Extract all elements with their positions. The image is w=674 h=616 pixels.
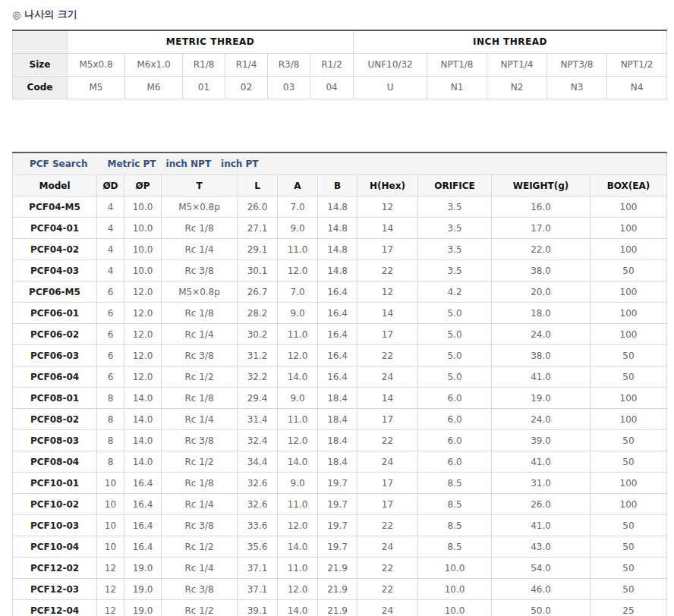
data-cell: 14.0 <box>124 451 162 473</box>
thread-group-row: METRIC THREADINCH THREAD <box>13 30 667 53</box>
data-cell: 6 <box>97 303 124 324</box>
data-cell: Rc 3/8 <box>162 515 238 536</box>
data-cell: 22 <box>357 260 418 281</box>
data-cell: 21.9 <box>318 579 357 600</box>
data-cell: 12 <box>357 196 418 218</box>
thread-size-cell: NPT1/8 <box>427 53 487 76</box>
data-cell: Rc 1/8 <box>162 218 238 239</box>
data-cell: 11.0 <box>278 558 318 579</box>
page-title-text: 나사의 크기 <box>24 8 77 21</box>
column-header: L <box>238 175 278 196</box>
data-cell: 9.0 <box>278 473 318 494</box>
data-cell: 37.1 <box>238 558 278 579</box>
data-cell: 22 <box>357 558 418 579</box>
data-cell: 14.8 <box>318 196 357 218</box>
data-cell: 19.7 <box>318 536 357 558</box>
data-cell: 100 <box>591 239 667 260</box>
data-cell: 6.0 <box>418 430 492 451</box>
column-header: ØD <box>97 175 124 196</box>
data-cell: 14.8 <box>318 239 357 260</box>
data-cell: 38.0 <box>492 260 591 281</box>
data-cell: 50 <box>591 430 667 451</box>
data-cell: 14 <box>357 218 418 239</box>
data-cell: 24.0 <box>492 409 591 430</box>
tab-inch-pt[interactable]: inch PT <box>221 159 258 169</box>
data-cell: 29.1 <box>238 239 278 260</box>
data-cell: 3.5 <box>418 260 492 281</box>
data-cell: 14.0 <box>278 536 318 558</box>
table-row: PCF06-04612.0Rc 1/232.214.016.4245.041.0… <box>13 366 667 388</box>
data-cell: 19.0 <box>124 579 162 600</box>
data-cell: Rc 1/4 <box>162 558 238 579</box>
data-cell: 11.0 <box>278 494 318 515</box>
bullseye-icon: ◎ <box>12 9 20 20</box>
table-row: PCF12-031219.0Rc 3/837.112.021.92210.046… <box>13 579 667 600</box>
data-cell: 31.2 <box>238 345 278 366</box>
data-cell: 12.0 <box>278 515 318 536</box>
data-cell: 12 <box>97 558 124 579</box>
column-header: WEIGHT(g) <box>492 175 591 196</box>
data-cell: 11.0 <box>278 409 318 430</box>
model-cell: PCF08-04 <box>13 451 97 473</box>
thread-size-cell: R1/8 <box>183 53 225 76</box>
data-cell: 12.0 <box>278 579 318 600</box>
data-cell: 10 <box>97 473 124 494</box>
table-row: PCF04-M5410.0M5×0.8p26.07.014.8123.516.0… <box>13 196 667 218</box>
data-cell: 9.0 <box>278 303 318 324</box>
data-cell: Rc 1/2 <box>162 451 238 473</box>
table-row: PCF06-03612.0Rc 3/831.212.016.4225.038.0… <box>13 345 667 366</box>
model-cell: PCF10-04 <box>13 536 97 558</box>
table-row: PCF08-02814.0Rc 1/431.411.018.4176.024.0… <box>13 409 667 430</box>
data-cell: 22 <box>357 515 418 536</box>
data-cell: 6 <box>97 324 124 345</box>
data-cell: 8 <box>97 430 124 451</box>
data-cell: 12 <box>97 600 124 616</box>
data-cell: 10.0 <box>124 218 162 239</box>
data-cell: 16.0 <box>492 196 591 218</box>
data-cell: 4 <box>97 218 124 239</box>
tab-pcf-search[interactable]: PCF Search <box>30 159 87 169</box>
data-cell: 12 <box>97 579 124 600</box>
model-cell: PCF06-03 <box>13 345 97 366</box>
page-title: ◎ 나사의 크기 <box>12 8 666 21</box>
data-cell: 17 <box>357 473 418 494</box>
model-cell: PCF04-M5 <box>13 196 97 218</box>
data-cell: Rc 3/8 <box>162 579 238 600</box>
data-cell: 50.0 <box>492 600 591 616</box>
data-cell: 33.6 <box>238 515 278 536</box>
thread-size-cell: M5x0.8 <box>68 53 125 76</box>
data-cell: 41.0 <box>492 366 591 388</box>
data-cell: 6.0 <box>418 409 492 430</box>
data-cell: 10.0 <box>418 579 492 600</box>
table-row: PCF10-011016.4Rc 1/832.69.019.7178.531.0… <box>13 473 667 494</box>
table-row: PCF06-02612.0Rc 1/430.211.016.4175.024.0… <box>13 324 667 345</box>
data-cell: 12.0 <box>278 345 318 366</box>
data-cell: M5×0.8p <box>162 281 238 303</box>
table-row: PCF06-01612.0Rc 1/828.29.016.4145.018.01… <box>13 303 667 324</box>
data-cell: 16.4 <box>124 494 162 515</box>
data-cell: 16.4 <box>124 536 162 558</box>
data-cell: 32.2 <box>238 366 278 388</box>
model-cell: PCF06-M5 <box>13 281 97 303</box>
model-cell: PCF04-02 <box>13 239 97 260</box>
model-cell: PCF12-03 <box>13 579 97 600</box>
data-cell: 8 <box>97 409 124 430</box>
thread-size-cell: NPT3/8 <box>547 53 607 76</box>
model-cell: PCF10-01 <box>13 473 97 494</box>
data-cell: 18.4 <box>318 451 357 473</box>
spec-tab-bar: PCF SearchMetric PTinch NPTinch PT <box>13 152 667 175</box>
data-cell: Rc 1/8 <box>162 303 238 324</box>
data-cell: 17 <box>357 409 418 430</box>
data-cell: 3.5 <box>418 196 492 218</box>
tab-metric-pt[interactable]: Metric PT <box>107 159 156 169</box>
data-cell: 34.4 <box>238 451 278 473</box>
data-cell: 11.0 <box>278 324 318 345</box>
data-cell: Rc 3/8 <box>162 345 238 366</box>
data-cell: 39.0 <box>492 430 591 451</box>
data-cell: 19.7 <box>318 494 357 515</box>
tab-inch-npt[interactable]: inch NPT <box>166 159 212 169</box>
data-cell: 18.4 <box>318 388 357 409</box>
data-cell: 5.0 <box>418 366 492 388</box>
data-cell: 22.0 <box>492 239 591 260</box>
data-cell: 10.0 <box>418 600 492 616</box>
